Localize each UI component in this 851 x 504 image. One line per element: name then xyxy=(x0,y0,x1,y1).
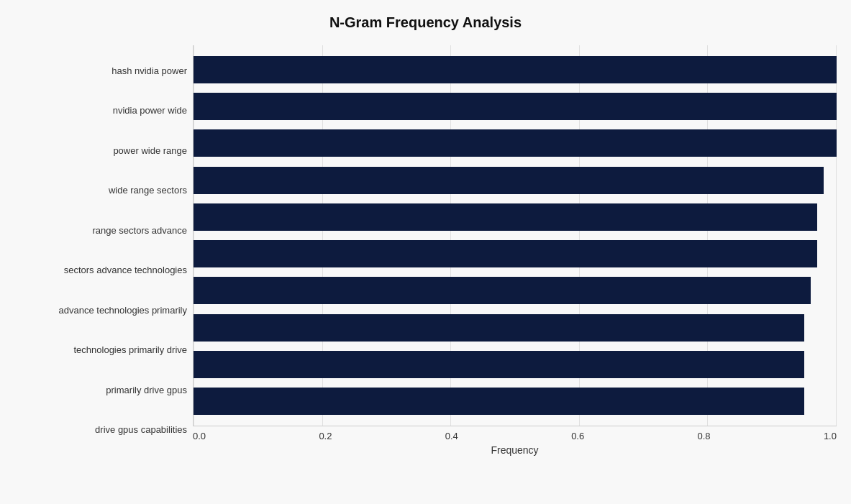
x-tick-3: 0.6 xyxy=(571,431,584,441)
bar-row-6 xyxy=(194,275,837,306)
bar-row-3 xyxy=(194,165,837,196)
y-label-9: drive gpus capabilities xyxy=(14,411,187,451)
bar-0 xyxy=(194,56,837,83)
x-tick-0: 0.0 xyxy=(193,431,206,441)
x-tick-4: 0.8 xyxy=(698,431,711,441)
bars-column xyxy=(194,45,837,426)
bar-4 xyxy=(194,203,817,231)
bar-8 xyxy=(194,351,804,378)
bar-row-2 xyxy=(194,128,837,158)
bar-3 xyxy=(194,167,824,194)
bar-row-4 xyxy=(194,202,837,232)
bars-wrapper xyxy=(193,45,837,426)
y-label-0: hash nvidia power xyxy=(14,51,187,91)
x-axis-title: Frequency xyxy=(193,444,837,456)
bar-row-8 xyxy=(194,349,837,380)
chart-container: N-Gram Frequency Analysis hash nvidia po… xyxy=(0,0,851,504)
bar-9 xyxy=(194,388,804,415)
bar-row-0 xyxy=(194,55,837,85)
bar-row-1 xyxy=(194,91,837,122)
y-label-4: range sectors advance xyxy=(14,211,187,251)
bar-7 xyxy=(194,314,804,342)
y-label-7: technologies primarily drive xyxy=(14,331,187,371)
chart-area: hash nvidia powernvidia power widepower … xyxy=(14,45,837,456)
y-label-5: sectors advance technologies xyxy=(14,251,187,291)
bar-1 xyxy=(194,93,837,120)
chart-title: N-Gram Frequency Analysis xyxy=(14,14,837,31)
y-axis-labels: hash nvidia powernvidia power widepower … xyxy=(14,45,193,456)
bar-row-9 xyxy=(194,386,837,416)
y-label-1: nvidia power wide xyxy=(14,91,187,132)
x-tick-5: 1.0 xyxy=(824,431,837,441)
x-tick-1: 0.2 xyxy=(319,431,332,441)
y-label-6: advance technologies primarily xyxy=(14,290,187,331)
y-label-8: primarily drive gpus xyxy=(14,370,187,411)
bar-5 xyxy=(194,240,817,267)
bar-row-7 xyxy=(194,313,837,343)
x-axis-labels: 0.00.20.40.60.81.0 xyxy=(193,426,837,441)
bar-6 xyxy=(194,277,811,304)
bar-row-5 xyxy=(194,239,837,269)
bars-and-x: 0.00.20.40.60.81.0 Frequency xyxy=(193,45,837,456)
y-label-3: wide range sectors xyxy=(14,171,187,211)
y-label-2: power wide range xyxy=(14,131,187,171)
bar-2 xyxy=(194,129,837,157)
x-tick-2: 0.4 xyxy=(445,431,458,441)
